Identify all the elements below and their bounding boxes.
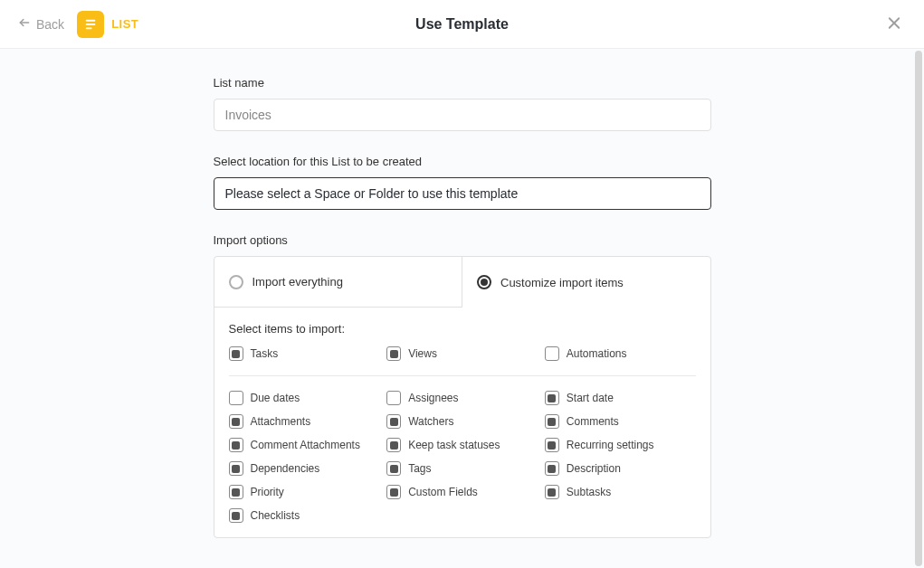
checkbox-icon (545, 461, 559, 476)
close-icon (886, 20, 902, 33)
checkbox-item-attachments[interactable]: Attachments (229, 414, 380, 429)
radio-import-everything[interactable]: Import everything (214, 257, 463, 308)
list-name-label: List name (214, 76, 711, 90)
checkbox-label: Attachments (251, 415, 311, 428)
checkbox-icon (229, 508, 243, 523)
checkbox-label: Comments (567, 415, 619, 428)
checkbox-label: Due dates (251, 392, 300, 404)
checkbox-label: Automations (567, 347, 627, 360)
modal-header: Back LIST Use Template (0, 0, 924, 49)
location-section: Select location for this List to be crea… (214, 155, 711, 210)
checkbox-label: Description (567, 462, 621, 475)
content-area: List name Select location for this List … (0, 49, 924, 568)
svg-rect-3 (86, 27, 92, 29)
checkbox-label: Checklists (251, 509, 300, 522)
back-label: Back (36, 17, 64, 32)
location-label: Select location for this List to be crea… (214, 155, 711, 168)
checkbox-item-comments[interactable]: Comments (545, 414, 696, 429)
checkbox-icon (386, 485, 401, 499)
checkbox-label: Tasks (251, 347, 279, 360)
checkbox-label: Dependencies (251, 462, 320, 475)
back-button[interactable]: Back (14, 13, 68, 35)
radio-icon (229, 275, 243, 289)
checkbox-icon (386, 346, 401, 361)
list-icon (77, 11, 104, 38)
radio-label: Import everything (252, 275, 343, 289)
arrow-left-icon (18, 16, 31, 32)
checkbox-icon (229, 485, 243, 499)
svg-rect-1 (86, 19, 96, 21)
checkbox-label: Views (408, 347, 437, 360)
radio-dot (481, 279, 488, 286)
checkbox-icon (386, 438, 401, 452)
checkbox-item-views[interactable]: Views (386, 346, 538, 361)
checkbox-icon (229, 461, 243, 476)
select-items-label: Select items to import: (214, 308, 710, 346)
list-name-section: List name (214, 76, 711, 131)
checkbox-item-dependencies[interactable]: Dependencies (229, 461, 380, 476)
checkbox-item-checklists[interactable]: Checklists (229, 508, 380, 523)
checkbox-item-tasks[interactable]: Tasks (229, 346, 380, 361)
checkbox-label: Start date (567, 392, 614, 404)
checkbox-icon (229, 346, 243, 361)
scrollbar[interactable] (915, 51, 922, 566)
checkbox-icon (545, 414, 559, 429)
import-panel: Import everything Customize import items… (214, 256, 711, 538)
list-name-input[interactable] (214, 99, 711, 131)
checkbox-item-description[interactable]: Description (545, 461, 696, 476)
checkbox-item-due-dates[interactable]: Due dates (229, 391, 380, 405)
checkbox-label: Assignees (408, 392, 458, 404)
detail-checkbox-grid: Due datesAssigneesStart dateAttachmentsW… (229, 391, 696, 523)
checkbox-label: Keep task statuses (408, 439, 500, 451)
top-checkbox-grid: TasksViewsAutomations (229, 346, 696, 376)
import-options-label: Import options (214, 233, 711, 247)
checkbox-item-tags[interactable]: Tags (386, 461, 538, 476)
checkbox-icon (386, 461, 401, 476)
checkbox-icon (386, 414, 401, 429)
checkbox-icon (545, 438, 559, 452)
location-select[interactable]: Please select a Space or Folder to use t… (214, 177, 711, 210)
checkbox-section: TasksViewsAutomations Due datesAssignees… (214, 346, 710, 537)
checkbox-item-priority[interactable]: Priority (229, 485, 380, 499)
checkbox-icon (545, 391, 559, 405)
checkbox-item-keep-task-statuses[interactable]: Keep task statuses (386, 438, 538, 452)
list-badge: LIST (77, 11, 138, 38)
checkbox-item-recurring-settings[interactable]: Recurring settings (545, 438, 696, 452)
checkbox-icon (545, 346, 559, 361)
checkbox-label: Tags (408, 462, 431, 475)
import-options-section: Import options Import everything Customi… (214, 233, 711, 538)
close-button[interactable] (882, 11, 906, 37)
checkbox-item-custom-fields[interactable]: Custom Fields (386, 485, 538, 499)
checkbox-label: Custom Fields (408, 486, 478, 498)
page-title: Use Template (415, 16, 509, 33)
checkbox-icon (545, 485, 559, 499)
checkbox-icon (229, 438, 243, 452)
checkbox-label: Recurring settings (567, 439, 654, 451)
checkbox-label: Subtasks (567, 486, 611, 498)
checkbox-label: Watchers (408, 415, 453, 428)
checkbox-item-watchers[interactable]: Watchers (386, 414, 538, 429)
radio-row: Import everything Customize import items (214, 257, 710, 308)
svg-rect-2 (86, 24, 96, 25)
checkbox-icon (229, 414, 243, 429)
checkbox-item-comment-attachments[interactable]: Comment Attachments (229, 438, 380, 452)
location-placeholder: Please select a Space or Folder to use t… (225, 186, 519, 201)
checkbox-icon (229, 391, 243, 405)
checkbox-item-start-date[interactable]: Start date (545, 391, 696, 405)
checkbox-item-assignees[interactable]: Assignees (386, 391, 538, 405)
checkbox-icon (386, 391, 401, 405)
list-badge-text: LIST (111, 17, 138, 31)
checkbox-item-automations[interactable]: Automations (545, 346, 696, 361)
checkbox-label: Priority (251, 486, 284, 498)
radio-customize-import[interactable]: Customize import items (462, 257, 710, 308)
radio-label: Customize import items (500, 276, 624, 289)
checkbox-label: Comment Attachments (251, 439, 360, 451)
radio-icon-selected (477, 275, 491, 289)
checkbox-item-subtasks[interactable]: Subtasks (545, 485, 696, 499)
